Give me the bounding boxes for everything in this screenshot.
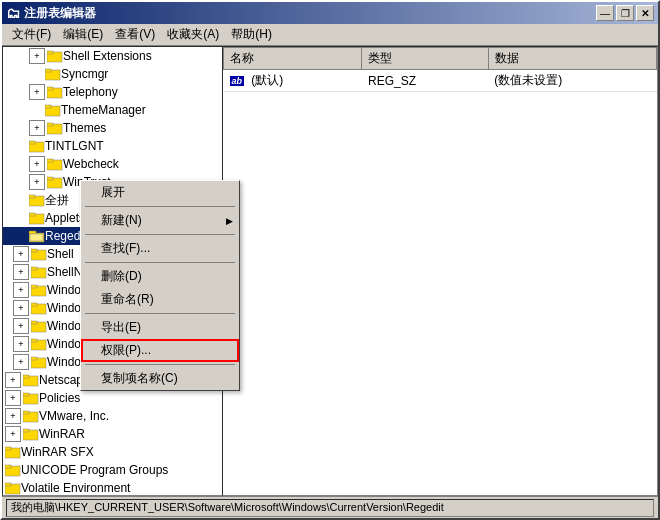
svg-rect-44	[23, 429, 29, 432]
svg-rect-7	[45, 105, 51, 108]
tree-item-label: Telephony	[63, 85, 118, 99]
svg-rect-24	[31, 249, 37, 252]
folder-icon	[23, 391, 39, 405]
folder-icon	[23, 427, 39, 441]
folder-icon	[47, 49, 63, 63]
folder-icon	[23, 373, 39, 387]
list-item[interactable]: ThemeManager	[3, 101, 222, 119]
expand-icon[interactable]: +	[13, 318, 29, 334]
table-row[interactable]: ab (默认) REG_SZ (数值未设置)	[224, 70, 657, 92]
ctx-copy-name[interactable]: 复制项名称(C)	[81, 367, 239, 390]
restore-button[interactable]: ❐	[616, 5, 634, 21]
expand-icon[interactable]: +	[29, 120, 45, 136]
svg-rect-19	[29, 213, 35, 216]
menu-bar: 文件(F) 编辑(E) 查看(V) 收藏夹(A) 帮助(H)	[2, 24, 658, 46]
tree-item-label: ThemeManager	[61, 103, 146, 117]
list-item[interactable]: TINTLGNT	[3, 137, 222, 155]
ctx-export[interactable]: 导出(E)	[81, 316, 239, 339]
tree-item-label: Webcheck	[63, 157, 119, 171]
list-item[interactable]: + Policies	[3, 389, 222, 407]
expand-icon[interactable]: +	[5, 408, 21, 424]
ctx-separator-2	[85, 234, 235, 235]
ctx-find[interactable]: 查找(F)...	[81, 237, 239, 260]
svg-rect-38	[23, 375, 29, 378]
ctx-expand[interactable]: 展开	[81, 181, 239, 204]
folder-icon	[29, 139, 45, 153]
tree-item-label: Themes	[63, 121, 106, 135]
folder-icon	[23, 409, 39, 423]
list-item[interactable]: + Telephony	[3, 83, 222, 101]
title-bar-buttons: — ❐ ✕	[596, 5, 654, 21]
expand-icon[interactable]: +	[13, 354, 29, 370]
menu-file[interactable]: 文件(F)	[6, 24, 57, 45]
folder-icon	[31, 301, 47, 315]
tree-item-label: Shell Extensions	[63, 49, 152, 63]
registry-data: (数值未设置)	[488, 70, 656, 92]
svg-rect-34	[31, 339, 37, 342]
expand-icon[interactable]: +	[13, 282, 29, 298]
list-item[interactable]: WinRAR SFX	[3, 443, 222, 461]
expand-icon[interactable]: +	[29, 84, 45, 100]
svg-rect-13	[47, 159, 53, 162]
tree-item-label: UNICODE Program Groups	[21, 463, 168, 477]
expand-icon[interactable]: +	[13, 264, 29, 280]
tree-item-label: TINTLGNT	[45, 139, 104, 153]
expand-icon[interactable]: +	[5, 372, 21, 388]
list-item[interactable]: + WinRAR	[3, 425, 222, 443]
list-item[interactable]: Syncmgr	[3, 65, 222, 83]
ctx-permission[interactable]: 权限(P)...	[81, 339, 239, 362]
title-bar-icon: 🗂	[6, 5, 20, 21]
list-item[interactable]: Volatile Environment	[3, 479, 222, 495]
expand-icon[interactable]: +	[29, 48, 45, 64]
expand-icon[interactable]: +	[29, 156, 45, 172]
expand-icon[interactable]: +	[5, 426, 21, 442]
folder-icon	[5, 463, 21, 477]
list-item[interactable]: + VMware, Inc.	[3, 407, 222, 425]
ctx-rename[interactable]: 重命名(R)	[81, 288, 239, 311]
folder-icon	[47, 121, 63, 135]
ctx-separator-3	[85, 262, 235, 263]
svg-rect-15	[47, 177, 53, 180]
expand-icon[interactable]: +	[29, 174, 45, 190]
folder-icon	[31, 247, 47, 261]
ctx-separator-4	[85, 313, 235, 314]
list-item[interactable]: + Shell Extensions	[3, 47, 222, 65]
ctx-separator-5	[85, 364, 235, 365]
svg-rect-40	[23, 393, 29, 396]
svg-rect-26	[31, 267, 37, 270]
expand-icon[interactable]: +	[13, 336, 29, 352]
expand-icon[interactable]: +	[13, 246, 29, 262]
expand-icon[interactable]: +	[5, 390, 21, 406]
menu-favorites[interactable]: 收藏夹(A)	[161, 24, 225, 45]
status-text: 我的电脑\HKEY_CURRENT_USER\Software\Microsof…	[11, 500, 444, 515]
folder-icon	[45, 103, 61, 117]
menu-help[interactable]: 帮助(H)	[225, 24, 278, 45]
folder-icon	[47, 157, 63, 171]
tree-item-label: Syncmgr	[61, 67, 108, 81]
list-item[interactable]: UNICODE Program Groups	[3, 461, 222, 479]
right-panel: 名称 类型 数据 ab (默认) REG_SZ (数值未设置)	[222, 46, 658, 496]
folder-icon	[31, 337, 47, 351]
main-window: 🗂 注册表编辑器 — ❐ ✕ 文件(F) 编辑(E) 查看(V) 收藏夹(A) …	[0, 0, 660, 520]
tree-item-label: WinRAR SFX	[21, 445, 94, 459]
folder-icon-open	[29, 229, 45, 243]
tree-item-label: 全拼	[45, 192, 69, 209]
svg-rect-9	[47, 123, 53, 126]
registry-name: ab (默认)	[224, 70, 362, 92]
main-content: + Shell Extensions Syncmgr	[2, 46, 658, 496]
menu-edit[interactable]: 编辑(E)	[57, 24, 109, 45]
folder-icon	[31, 283, 47, 297]
svg-rect-50	[5, 483, 11, 486]
svg-rect-48	[5, 465, 11, 468]
folder-icon	[31, 265, 47, 279]
list-item[interactable]: + Themes	[3, 119, 222, 137]
svg-rect-1	[47, 51, 53, 54]
menu-view[interactable]: 查看(V)	[109, 24, 161, 45]
ctx-delete[interactable]: 删除(D)	[81, 265, 239, 288]
title-bar-text: 🗂 注册表编辑器	[6, 5, 96, 22]
expand-icon[interactable]: +	[13, 300, 29, 316]
minimize-button[interactable]: —	[596, 5, 614, 21]
ctx-new[interactable]: 新建(N)	[81, 209, 239, 232]
close-button[interactable]: ✕	[636, 5, 654, 21]
list-item[interactable]: + Webcheck	[3, 155, 222, 173]
